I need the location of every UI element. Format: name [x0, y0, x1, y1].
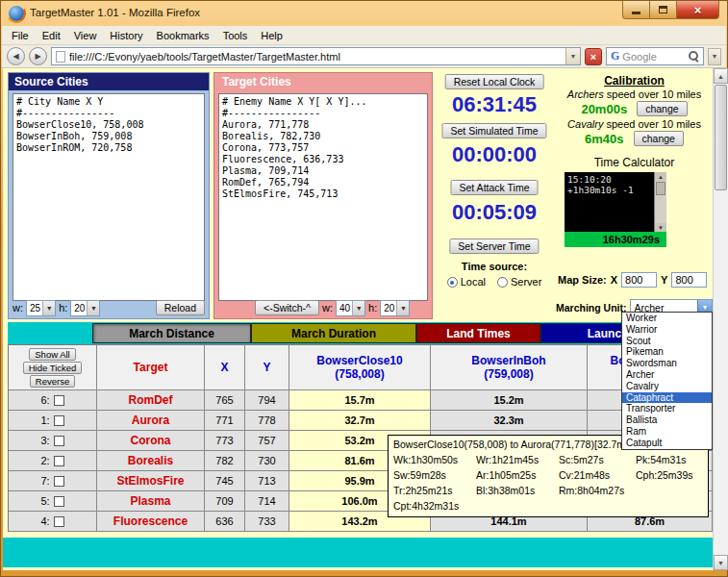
cavalry-speed-value: 6m40s: [585, 132, 623, 146]
reset-local-clock-button[interactable]: Reset Local Clock: [445, 74, 544, 89]
target-name: Aurora: [97, 411, 205, 431]
menu-help[interactable]: Help: [254, 28, 289, 43]
distance-bowserclose10: 32.7m: [289, 411, 431, 431]
radio-local[interactable]: Local: [447, 276, 486, 288]
target-width-select[interactable]: 40▼: [336, 300, 365, 316]
y-column-header: Y: [245, 345, 289, 390]
set-attack-time-button[interactable]: Set Attack Time: [451, 180, 539, 195]
search-icon[interactable]: [689, 51, 699, 62]
unit-option-cavalry[interactable]: Cavalry: [622, 381, 712, 392]
unit-option-scout[interactable]: Scout: [622, 336, 712, 347]
target-height-select[interactable]: 20▼: [380, 300, 410, 316]
unit-option-cataphract[interactable]: Cataphract: [622, 392, 712, 404]
scroll-up-icon[interactable]: ▲: [714, 68, 728, 84]
map-y-input[interactable]: [671, 272, 707, 288]
tab-land-times[interactable]: Land Times: [416, 323, 540, 343]
source-width-select[interactable]: 25▼: [26, 300, 56, 316]
unit-option-swordsman[interactable]: Swordsman: [622, 358, 712, 369]
row-checkbox[interactable]: [54, 415, 64, 426]
stop-button[interactable]: ×: [585, 48, 602, 65]
vertical-scrollbar[interactable]: ▲ ▼: [713, 68, 728, 570]
archers-speed-label: Archers speed over 10 miles: [556, 88, 713, 100]
cavalry-speed-label: Cavalry speed over 10 miles: [556, 118, 713, 130]
forward-button[interactable]: ▶: [29, 47, 47, 65]
source-cities-textarea[interactable]: # City Name X Y #---------------- Bowser…: [13, 93, 205, 301]
search-input[interactable]: G Google: [606, 47, 704, 65]
change-archers-button[interactable]: change: [637, 101, 687, 116]
time-source-label: Time source:: [433, 261, 556, 272]
tooltip-cell: Ar:1h05m25s: [476, 467, 559, 483]
scroll-down-icon[interactable]: ▼: [714, 555, 728, 570]
unit-option-catapult[interactable]: Catapult: [622, 438, 712, 449]
scroll-up-icon[interactable]: ▲: [655, 172, 666, 181]
row-checkbox[interactable]: [54, 496, 64, 507]
target-cities-textarea[interactable]: # Enemy Name X Y[ X Y]... #-------------…: [218, 93, 428, 301]
scroll-down-icon[interactable]: ▼: [655, 223, 666, 232]
marching-unit-label: Marching Unit:: [556, 302, 627, 314]
row-checkbox[interactable]: [54, 395, 64, 406]
menu-file[interactable]: File: [5, 28, 36, 43]
attack-time-display: 00:00:00: [433, 142, 556, 167]
map-x-input[interactable]: [621, 272, 657, 288]
url-bar[interactable]: file:///C:/Evony/yaeb/tools/TargetMaster…: [51, 47, 581, 65]
menu-bookmarks[interactable]: Bookmarks: [150, 28, 216, 43]
calibration-title: Calibration: [556, 74, 713, 88]
menu-tools[interactable]: Tools: [216, 28, 255, 43]
row-select-cell: 2:: [9, 451, 97, 471]
search-engine-dropdown-icon[interactable]: ▼: [708, 48, 721, 65]
maximize-button[interactable]: [650, 1, 676, 19]
tab-march-distance[interactable]: March Distance: [92, 323, 251, 343]
menu-edit[interactable]: Edit: [36, 28, 67, 43]
back-button[interactable]: ◀: [7, 47, 25, 65]
menu-history[interactable]: History: [103, 28, 149, 43]
url-dropdown-icon[interactable]: ▼: [565, 48, 580, 64]
minimize-button[interactable]: [622, 1, 650, 19]
tab-march-duration[interactable]: March Duration: [251, 323, 416, 343]
source-w-label: w:: [13, 302, 23, 314]
switch-button[interactable]: <-Switch-^: [255, 300, 319, 315]
unit-option-archer[interactable]: Archer: [622, 369, 712, 381]
calc-scrollbar[interactable]: ▲ ▼: [654, 172, 666, 232]
unit-option-warrior[interactable]: Warrior: [622, 324, 712, 336]
tooltip-cell: [476, 498, 559, 514]
tooltip-cell: Rm:8h04m27s: [559, 483, 636, 498]
menu-view[interactable]: View: [67, 28, 104, 43]
source-cities-controls: w: 25▼ h: 20▼ Reload: [13, 299, 205, 316]
unit-option-ballista[interactable]: Ballista: [622, 414, 712, 426]
set-simulated-time-button[interactable]: Set Simulated Time: [441, 123, 546, 138]
row-checkbox[interactable]: [54, 516, 64, 527]
table-row: 6: RomDef 765 794 15.7m 15.2m: [9, 390, 713, 411]
close-button[interactable]: ×: [676, 1, 719, 19]
unit-option-ram[interactable]: Ram: [622, 426, 712, 438]
target-name: Borealis: [97, 451, 205, 471]
hide-ticked-button[interactable]: Hide Ticked: [23, 362, 83, 374]
select-value: 20: [74, 303, 85, 314]
unit-option-worker[interactable]: Worker: [622, 313, 712, 324]
source-height-select[interactable]: 20▼: [70, 300, 100, 316]
calc-scrollbar-thumb[interactable]: [656, 182, 665, 195]
show-all-button[interactable]: Show All: [29, 348, 75, 361]
unit-option-transporter[interactable]: Transporter: [622, 403, 712, 414]
window-controls: ×: [622, 1, 719, 19]
radio-server[interactable]: Server: [497, 276, 541, 288]
unit-option-pikeman[interactable]: Pikeman: [622, 346, 712, 358]
menu-bar: File Edit View History Bookmarks Tools H…: [2, 26, 726, 45]
set-server-time-button[interactable]: Set Server Time: [449, 238, 539, 254]
row-checkbox[interactable]: [54, 436, 64, 446]
chevron-down-icon: ▼: [87, 301, 99, 315]
radio-server-label: Server: [511, 276, 541, 288]
source-city-coords: (758,008): [335, 367, 384, 381]
reverse-button[interactable]: Reverse: [30, 375, 75, 388]
radio-local-icon: [447, 277, 458, 288]
target-cities-controls: <-Switch-^ w: 40▼ h: 20▼: [218, 299, 428, 316]
scrollbar-thumb[interactable]: [715, 85, 727, 190]
row-checkbox[interactable]: [54, 456, 64, 466]
x-column-header: X: [205, 345, 245, 390]
change-cavalry-button[interactable]: change: [634, 131, 684, 146]
target-y: 778: [245, 411, 289, 431]
time-calculator-input[interactable]: 15:10:20 +1h30m10s -1: [567, 174, 652, 231]
row-checkbox[interactable]: [54, 476, 64, 487]
map-y-label: Y: [661, 274, 667, 286]
target-x: 773: [205, 431, 245, 451]
reload-button[interactable]: Reload: [156, 300, 205, 315]
